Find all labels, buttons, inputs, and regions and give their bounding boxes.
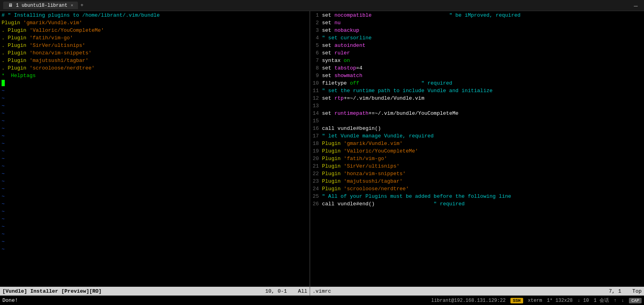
title-tab[interactable]: 🖥 1 ubuntu18-librant ×	[3, 2, 78, 9]
right-line: 17" let Vundle manage Vundle, required	[310, 133, 644, 140]
tilde-line: ~	[0, 231, 310, 238]
left-pos-text: 10, 0-1	[265, 288, 287, 294]
line-number: 8	[310, 65, 322, 72]
tilde-line: ~	[0, 102, 310, 110]
tilde-line: ~	[0, 238, 310, 246]
line-number: 14	[310, 110, 322, 118]
arrow-down-icon[interactable]: ↓	[621, 298, 624, 303]
left-code-area: # " Installing plugins to /home/librant/…	[0, 11, 310, 287]
line-number: 1	[310, 12, 322, 19]
row-label: ↓ 10	[578, 298, 589, 303]
new-tab-button[interactable]: +	[80, 2, 83, 8]
left-line: . Plugin 'SirVer/ultisnips'	[0, 42, 310, 50]
line-number: 11	[310, 87, 322, 95]
line-number: 9	[310, 72, 322, 80]
line-number: 5	[310, 42, 322, 50]
right-line: 8set tabstop=4	[310, 65, 644, 72]
line-number: 10	[310, 80, 322, 87]
right-line: 15	[310, 118, 644, 125]
right-line: 23Plugin 'majutsushi/tagbar'	[310, 178, 644, 185]
right-line: 2set nu	[310, 19, 644, 27]
line-number: 7	[310, 57, 322, 65]
left-line: . Plugin 'fatih/vim-go'	[0, 35, 310, 42]
right-line: 9set showmatch	[310, 72, 644, 80]
right-line: 6set ruler	[310, 50, 644, 57]
right-line: 24Plugin 'scrooloose/nerdtree'	[310, 185, 644, 193]
line-number: 13	[310, 102, 322, 110]
tilde-line: ~	[0, 163, 310, 170]
left-status-mode: [Vundle] Installer [Preview][RO]	[2, 288, 102, 294]
status-bars: [Vundle] Installer [Preview][RO] 10, 0-1…	[0, 287, 644, 295]
tilde-line: ~	[0, 140, 310, 148]
right-line: 21Plugin 'SirVer/ultisnips'	[310, 163, 644, 170]
tilde-line: ~	[0, 185, 310, 193]
line-number: 17	[310, 133, 322, 140]
line-number: 4	[310, 35, 322, 42]
right-line: 13	[310, 102, 644, 110]
tilde-line: ~	[0, 246, 310, 253]
tilde-line: ~	[0, 193, 310, 201]
right-line: 26call vundle#end() " required	[310, 201, 644, 208]
right-code-area: 1set nocompatible " be iMproved, require…	[310, 11, 644, 209]
tilde-line: ~	[0, 95, 310, 102]
bottom-right-info: librant@192.168.131.129:22 SSH xterm 1* …	[431, 297, 642, 304]
left-status-pos: 10, 0-1 All	[265, 288, 307, 294]
tilde-line: ~	[0, 178, 310, 185]
line-number: 18	[310, 140, 322, 148]
right-line: 25" All of your Plugins must be added be…	[310, 193, 644, 201]
line-number: 25	[310, 193, 322, 201]
line-number: 2	[310, 19, 322, 27]
tilde-line: ~	[0, 133, 310, 140]
right-line: 19Plugin 'Valloric/YouCompleteMe'	[310, 148, 644, 155]
title-bar: 🖥 1 ubuntu18-librant × + —	[0, 0, 644, 11]
left-pane: # " Installing plugins to /home/librant/…	[0, 11, 310, 287]
right-pos-text: 7, 1	[609, 288, 621, 294]
right-filename: .vimrc	[312, 288, 331, 294]
tilde-line: ~	[0, 87, 310, 95]
line-number: 24	[310, 185, 322, 193]
right-line: 22Plugin 'honza/vim-snippets'	[310, 170, 644, 178]
close-tab-button[interactable]: ×	[71, 3, 74, 8]
tilde-line: ~	[0, 155, 310, 163]
right-line: 10filetype off " required	[310, 80, 644, 87]
tilde-line: ~	[0, 201, 310, 208]
host-label: librant@192.168.131.129:22	[431, 298, 506, 303]
right-line: 16call vundle#begin()	[310, 125, 644, 133]
right-status-bar: .vimrc 7, 1 Top	[310, 287, 644, 295]
right-line: 18Plugin 'gmarik/Vundle.vim'	[310, 140, 644, 148]
line-number: 22	[310, 170, 322, 178]
minimize-button[interactable]: —	[634, 3, 638, 10]
line-number: 3	[310, 27, 322, 35]
line-number: 23	[310, 178, 322, 185]
session-label: 1 会话	[594, 297, 609, 304]
line-number: 19	[310, 148, 322, 155]
right-line: 3set nobackup	[310, 27, 644, 35]
right-status-pos: 7, 1 Top	[609, 288, 642, 294]
line-number: 21	[310, 163, 322, 170]
right-line: 11" set the runtime path to include Vund…	[310, 87, 644, 95]
right-line: 4" set cursorline	[310, 35, 644, 42]
tilde-line: ~	[0, 223, 310, 231]
left-status-bar: [Vundle] Installer [Preview][RO] 10, 0-1…	[0, 287, 310, 295]
left-line: . Plugin 'Valloric/YouCompleteMe'	[0, 27, 310, 35]
line-number: 12	[310, 95, 322, 102]
tilde-line: ~	[0, 216, 310, 223]
tilde-line: ~	[0, 110, 310, 118]
term-label: xterm	[528, 298, 542, 303]
done-message: Done!	[2, 297, 18, 303]
right-line: 5set autoindent	[310, 42, 644, 50]
tilde-line: ~	[0, 170, 310, 178]
cap-indicator: CAP	[629, 298, 642, 303]
right-line: 14set runtimepath+=~/.vim/bundle/YouComp…	[310, 110, 644, 118]
right-pct-text: Top	[632, 288, 642, 294]
tab-icon: 🖥	[8, 2, 13, 8]
left-line: * Helptags	[0, 72, 310, 80]
line-number: 6	[310, 50, 322, 57]
cursor	[2, 80, 5, 86]
right-line: 20Plugin 'fatih/vim-go'	[310, 155, 644, 163]
right-pane: 1set nocompatible " be iMproved, require…	[310, 11, 644, 287]
arrow-up-icon[interactable]: ↑	[614, 298, 617, 303]
right-line: 12set rtp+=~/.vim/bundle/Vundle.vim	[310, 95, 644, 102]
line-number: 16	[310, 125, 322, 133]
left-line: # " Installing plugins to /home/librant/…	[0, 12, 310, 19]
